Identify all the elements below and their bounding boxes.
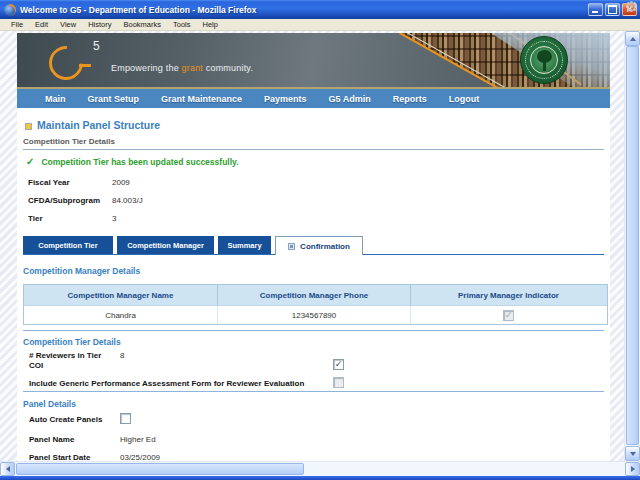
scroll-left-button[interactable] [0,462,15,476]
firefox-icon [4,4,16,16]
nav-item-g5-admin[interactable]: G5 Admin [318,94,382,104]
page-title: Maintain Panel Structure [37,119,160,131]
nav-item-logout[interactable]: Logout [438,94,491,104]
g5-banner: 5 Empowering the grant community. [17,33,610,87]
throbber-icon [630,5,633,8]
tier-value: 3 [112,214,116,223]
cfda-value: 84.003/J [112,196,143,205]
fiscal-year-value: 2009 [112,178,130,187]
tab-summary[interactable]: Summary [218,236,271,254]
scroll-up-icon [630,37,636,41]
section-heading-manager: Competition Manager Details [23,266,140,276]
scroll-right-button[interactable] [625,462,640,476]
scroll-left-icon [6,466,10,472]
menu-item-view[interactable]: View [54,20,82,29]
tab-competition-tier[interactable]: Competition Tier [23,236,113,254]
g5-logo-number: 5 [93,39,100,53]
coi-checkbox[interactable]: ✓ [333,359,344,370]
menu-item-tools[interactable]: Tools [167,20,197,29]
g5-logo-circle [42,39,90,87]
scroll-up-button[interactable] [625,31,640,46]
window-titlebar: Welcome to G5 - Department of Education … [0,0,640,19]
section-divider [23,330,604,331]
nav-bar: Main Grant Setup Grant Maintenance Payme… [17,89,610,108]
g5-logo-bar [79,64,91,67]
manager-table: Competition Manager Name Competition Man… [23,284,608,325]
horizontal-scroll-thumb[interactable] [16,463,304,475]
primary-manager-checkbox: ✓ [503,310,514,321]
page-content: Maintain Panel Structure Competition Tie… [17,108,610,461]
nav-item-payments[interactable]: Payments [253,94,318,104]
section-heading-tier: Competition Tier Details [23,337,121,347]
column-manager-phone: Competition Manager Phone [218,285,411,305]
tier-label: Tier [28,214,43,223]
panel-name-label: Panel Name [29,435,74,444]
divider [23,149,604,150]
browser-window: Welcome to G5 - Department of Education … [0,0,640,480]
menu-item-bookmarks[interactable]: Bookmarks [118,20,168,29]
minimize-button[interactable] [588,3,603,16]
tab-competition-manager[interactable]: Competition Manager [117,236,214,254]
confirmation-tab-icon [288,243,295,250]
window-bottom-frame [0,476,640,480]
g5-logo: 5 [49,42,119,86]
fiscal-year-label: Fiscal Year [28,178,70,187]
menu-item-edit[interactable]: Edit [29,20,54,29]
scroll-down-button[interactable] [625,446,640,461]
cfda-label: CFDA/Subprogram [28,196,100,205]
horizontal-scrollbar[interactable] [0,461,640,476]
vertical-scrollbar[interactable] [624,31,640,461]
page-title-icon [25,123,32,130]
panel-name-value: Higher Ed [120,435,156,444]
scroll-down-icon [630,452,636,456]
menu-item-help[interactable]: Help [197,20,224,29]
vertical-scroll-thumb[interactable] [626,46,639,445]
nav-item-reports[interactable]: Reports [382,94,438,104]
tagline-highlight: grant [182,63,204,73]
nav-item-grant-setup[interactable]: Grant Setup [77,94,151,104]
education-seal [520,36,568,84]
maximize-button[interactable] [605,3,620,16]
tab-confirmation[interactable]: Confirmation [275,236,363,255]
window-title: Welcome to G5 - Department of Education … [20,5,588,15]
success-check-icon: ✓ [26,156,34,167]
page-subtitle: Competition Tier Details [23,137,115,146]
manager-table-header: Competition Manager Name Competition Man… [24,285,607,305]
reviewers-label: # Reviewers in Tier [29,351,101,360]
section-heading-panel: Panel Details [23,399,76,409]
include-assessment-label: Include Generic Performance Assessment F… [29,379,304,388]
nav-item-main[interactable]: Main [34,94,77,104]
table-row: Chandra 1234567890 ✓ [24,305,607,324]
cell-manager-name: Chandra [24,306,218,324]
success-message: ✓ Competition Tier has been updated succ… [26,156,239,167]
menu-item-history[interactable]: History [82,20,117,29]
auto-create-checkbox[interactable] [120,413,131,424]
success-message-text: Competition Tier has been updated succes… [41,157,238,167]
tagline-pre: Empowering the [111,63,182,73]
auto-create-label: Auto Create Panels [29,415,102,424]
column-primary-indicator: Primary Manager Indicator [411,285,606,305]
cell-manager-phone: 1234567890 [218,306,411,324]
include-assessment-checkbox [333,377,344,388]
coi-label: COI [29,361,43,370]
scroll-right-icon [631,466,635,472]
section-divider-2 [23,391,604,392]
banner-tagline: Empowering the grant community. [111,63,253,73]
confirmation-tab-label: Confirmation [300,242,350,251]
seal-tree-trunk [543,62,546,71]
menu-bar: File Edit View History Bookmarks Tools H… [0,19,640,31]
menu-item-file[interactable]: File [5,20,29,29]
nav-item-grant-maintenance[interactable]: Grant Maintenance [150,94,253,104]
column-manager-name: Competition Manager Name [24,285,218,305]
tab-bar: Competition Tier Competition Manager Sum… [23,236,363,255]
cell-primary-indicator: ✓ [411,306,606,324]
reviewers-value: 8 [120,351,124,360]
tagline-post: community. [203,63,253,73]
